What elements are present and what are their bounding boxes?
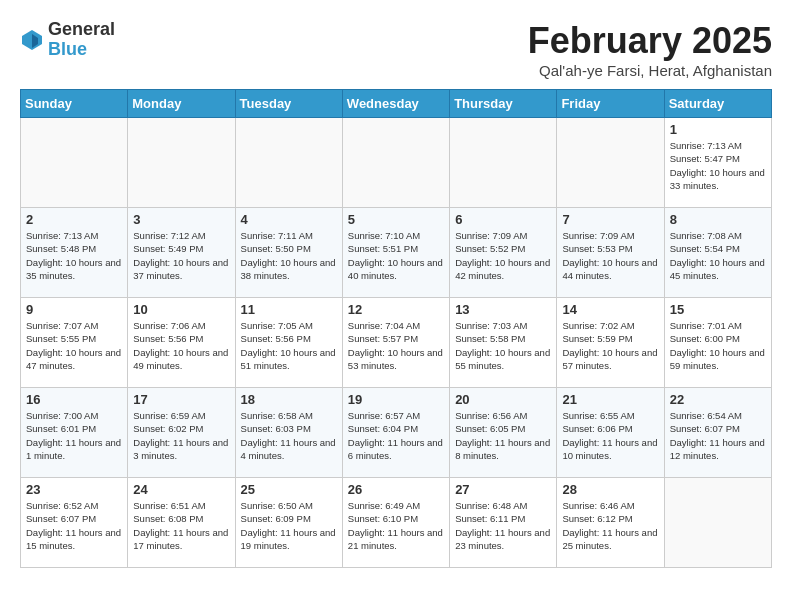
day-info: Sunrise: 6:46 AM Sunset: 6:12 PM Dayligh… <box>562 499 658 552</box>
title-section: February 2025 Qal'ah-ye Farsi, Herat, Af… <box>528 20 772 79</box>
weekday-header-sunday: Sunday <box>21 90 128 118</box>
weekday-header-row: SundayMondayTuesdayWednesdayThursdayFrid… <box>21 90 772 118</box>
calendar-cell: 26Sunrise: 6:49 AM Sunset: 6:10 PM Dayli… <box>342 478 449 568</box>
day-number: 10 <box>133 302 229 317</box>
calendar-cell: 27Sunrise: 6:48 AM Sunset: 6:11 PM Dayli… <box>450 478 557 568</box>
day-info: Sunrise: 7:13 AM Sunset: 5:48 PM Dayligh… <box>26 229 122 282</box>
calendar-cell <box>235 118 342 208</box>
day-info: Sunrise: 7:11 AM Sunset: 5:50 PM Dayligh… <box>241 229 337 282</box>
calendar-cell: 2Sunrise: 7:13 AM Sunset: 5:48 PM Daylig… <box>21 208 128 298</box>
day-info: Sunrise: 7:06 AM Sunset: 5:56 PM Dayligh… <box>133 319 229 372</box>
location-title: Qal'ah-ye Farsi, Herat, Afghanistan <box>528 62 772 79</box>
calendar-body: 1Sunrise: 7:13 AM Sunset: 5:47 PM Daylig… <box>21 118 772 568</box>
day-info: Sunrise: 7:09 AM Sunset: 5:52 PM Dayligh… <box>455 229 551 282</box>
month-title: February 2025 <box>528 20 772 62</box>
day-number: 1 <box>670 122 766 137</box>
day-number: 19 <box>348 392 444 407</box>
day-info: Sunrise: 7:07 AM Sunset: 5:55 PM Dayligh… <box>26 319 122 372</box>
day-number: 26 <box>348 482 444 497</box>
page-header: General Blue February 2025 Qal'ah-ye Far… <box>20 20 772 79</box>
calendar-cell: 19Sunrise: 6:57 AM Sunset: 6:04 PM Dayli… <box>342 388 449 478</box>
calendar-table: SundayMondayTuesdayWednesdayThursdayFrid… <box>20 89 772 568</box>
calendar-cell: 17Sunrise: 6:59 AM Sunset: 6:02 PM Dayli… <box>128 388 235 478</box>
day-number: 11 <box>241 302 337 317</box>
day-info: Sunrise: 6:50 AM Sunset: 6:09 PM Dayligh… <box>241 499 337 552</box>
day-info: Sunrise: 6:51 AM Sunset: 6:08 PM Dayligh… <box>133 499 229 552</box>
day-info: Sunrise: 6:55 AM Sunset: 6:06 PM Dayligh… <box>562 409 658 462</box>
calendar-cell: 18Sunrise: 6:58 AM Sunset: 6:03 PM Dayli… <box>235 388 342 478</box>
logo-general: General <box>48 19 115 39</box>
day-number: 9 <box>26 302 122 317</box>
day-number: 16 <box>26 392 122 407</box>
calendar-week-2: 2Sunrise: 7:13 AM Sunset: 5:48 PM Daylig… <box>21 208 772 298</box>
day-info: Sunrise: 7:12 AM Sunset: 5:49 PM Dayligh… <box>133 229 229 282</box>
calendar-cell: 13Sunrise: 7:03 AM Sunset: 5:58 PM Dayli… <box>450 298 557 388</box>
day-info: Sunrise: 7:00 AM Sunset: 6:01 PM Dayligh… <box>26 409 122 462</box>
calendar-cell: 4Sunrise: 7:11 AM Sunset: 5:50 PM Daylig… <box>235 208 342 298</box>
calendar-week-4: 16Sunrise: 7:00 AM Sunset: 6:01 PM Dayli… <box>21 388 772 478</box>
calendar-week-1: 1Sunrise: 7:13 AM Sunset: 5:47 PM Daylig… <box>21 118 772 208</box>
day-number: 12 <box>348 302 444 317</box>
day-number: 25 <box>241 482 337 497</box>
day-number: 23 <box>26 482 122 497</box>
day-info: Sunrise: 6:54 AM Sunset: 6:07 PM Dayligh… <box>670 409 766 462</box>
day-number: 6 <box>455 212 551 227</box>
weekday-header-friday: Friday <box>557 90 664 118</box>
day-number: 7 <box>562 212 658 227</box>
calendar-cell <box>128 118 235 208</box>
day-info: Sunrise: 6:52 AM Sunset: 6:07 PM Dayligh… <box>26 499 122 552</box>
day-number: 8 <box>670 212 766 227</box>
calendar-cell: 6Sunrise: 7:09 AM Sunset: 5:52 PM Daylig… <box>450 208 557 298</box>
day-info: Sunrise: 7:13 AM Sunset: 5:47 PM Dayligh… <box>670 139 766 192</box>
day-info: Sunrise: 6:56 AM Sunset: 6:05 PM Dayligh… <box>455 409 551 462</box>
calendar-cell: 16Sunrise: 7:00 AM Sunset: 6:01 PM Dayli… <box>21 388 128 478</box>
day-number: 5 <box>348 212 444 227</box>
calendar-cell: 11Sunrise: 7:05 AM Sunset: 5:56 PM Dayli… <box>235 298 342 388</box>
day-info: Sunrise: 7:09 AM Sunset: 5:53 PM Dayligh… <box>562 229 658 282</box>
weekday-header-tuesday: Tuesday <box>235 90 342 118</box>
day-info: Sunrise: 7:10 AM Sunset: 5:51 PM Dayligh… <box>348 229 444 282</box>
day-info: Sunrise: 7:08 AM Sunset: 5:54 PM Dayligh… <box>670 229 766 282</box>
day-number: 18 <box>241 392 337 407</box>
day-number: 15 <box>670 302 766 317</box>
calendar-cell: 10Sunrise: 7:06 AM Sunset: 5:56 PM Dayli… <box>128 298 235 388</box>
day-number: 20 <box>455 392 551 407</box>
weekday-header-saturday: Saturday <box>664 90 771 118</box>
calendar-cell: 5Sunrise: 7:10 AM Sunset: 5:51 PM Daylig… <box>342 208 449 298</box>
weekday-header-wednesday: Wednesday <box>342 90 449 118</box>
logo-text: General Blue <box>48 20 115 60</box>
calendar-cell <box>342 118 449 208</box>
day-info: Sunrise: 6:48 AM Sunset: 6:11 PM Dayligh… <box>455 499 551 552</box>
day-info: Sunrise: 6:49 AM Sunset: 6:10 PM Dayligh… <box>348 499 444 552</box>
calendar-cell: 24Sunrise: 6:51 AM Sunset: 6:08 PM Dayli… <box>128 478 235 568</box>
calendar-cell: 1Sunrise: 7:13 AM Sunset: 5:47 PM Daylig… <box>664 118 771 208</box>
day-number: 14 <box>562 302 658 317</box>
calendar-cell <box>664 478 771 568</box>
day-number: 21 <box>562 392 658 407</box>
day-number: 17 <box>133 392 229 407</box>
day-info: Sunrise: 7:01 AM Sunset: 6:00 PM Dayligh… <box>670 319 766 372</box>
day-number: 4 <box>241 212 337 227</box>
day-info: Sunrise: 7:03 AM Sunset: 5:58 PM Dayligh… <box>455 319 551 372</box>
calendar-cell: 12Sunrise: 7:04 AM Sunset: 5:57 PM Dayli… <box>342 298 449 388</box>
calendar-cell: 23Sunrise: 6:52 AM Sunset: 6:07 PM Dayli… <box>21 478 128 568</box>
day-info: Sunrise: 6:57 AM Sunset: 6:04 PM Dayligh… <box>348 409 444 462</box>
calendar-cell <box>557 118 664 208</box>
logo: General Blue <box>20 20 115 60</box>
day-number: 13 <box>455 302 551 317</box>
day-info: Sunrise: 7:04 AM Sunset: 5:57 PM Dayligh… <box>348 319 444 372</box>
calendar-cell: 9Sunrise: 7:07 AM Sunset: 5:55 PM Daylig… <box>21 298 128 388</box>
day-number: 22 <box>670 392 766 407</box>
day-info: Sunrise: 7:02 AM Sunset: 5:59 PM Dayligh… <box>562 319 658 372</box>
weekday-header-thursday: Thursday <box>450 90 557 118</box>
day-number: 24 <box>133 482 229 497</box>
day-number: 28 <box>562 482 658 497</box>
calendar-week-5: 23Sunrise: 6:52 AM Sunset: 6:07 PM Dayli… <box>21 478 772 568</box>
calendar-cell: 15Sunrise: 7:01 AM Sunset: 6:00 PM Dayli… <box>664 298 771 388</box>
calendar-cell: 7Sunrise: 7:09 AM Sunset: 5:53 PM Daylig… <box>557 208 664 298</box>
day-number: 3 <box>133 212 229 227</box>
calendar-cell: 25Sunrise: 6:50 AM Sunset: 6:09 PM Dayli… <box>235 478 342 568</box>
calendar-cell: 21Sunrise: 6:55 AM Sunset: 6:06 PM Dayli… <box>557 388 664 478</box>
calendar-cell: 8Sunrise: 7:08 AM Sunset: 5:54 PM Daylig… <box>664 208 771 298</box>
weekday-header-monday: Monday <box>128 90 235 118</box>
